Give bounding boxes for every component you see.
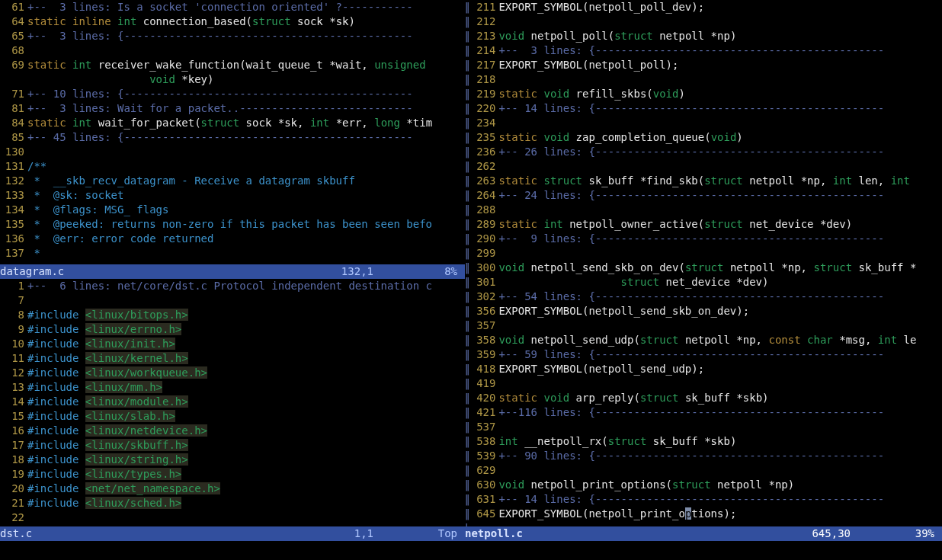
code-line[interactable]: |263static struct sk_buff *find_skb(stru… xyxy=(465,174,942,188)
code-line[interactable]: void *key) xyxy=(0,72,465,87)
code-line[interactable]: 22 xyxy=(0,510,465,525)
command-line[interactable] xyxy=(0,541,942,560)
code-line[interactable]: |301 struct net_device *dev) xyxy=(465,275,942,290)
scroll-pct: Top xyxy=(438,526,457,541)
code-line[interactable]: 133 * @sk: socket xyxy=(0,188,465,203)
code-line[interactable]: 11#include <linux/kernel.h> xyxy=(0,351,465,366)
code-line[interactable]: |218 xyxy=(465,72,942,87)
code-line[interactable]: |289static int netpoll_owner_active(stru… xyxy=(465,217,942,232)
code-line[interactable]: |359+-- 59 lines: {---------------------… xyxy=(465,347,942,362)
pane-left-bottom[interactable]: 1+-- 6 lines: net/core/dst.c Protocol in… xyxy=(0,279,465,526)
code-line[interactable]: |419 xyxy=(465,376,942,391)
filename: dst.c xyxy=(0,527,32,539)
code-line[interactable]: 85+-- 45 lines: {-----------------------… xyxy=(0,130,465,145)
code-line[interactable]: |357 xyxy=(465,318,942,333)
code-line[interactable]: 19#include <linux/types.h> xyxy=(0,467,465,482)
code-line[interactable]: 131/** xyxy=(0,159,465,174)
code-line[interactable]: 1+-- 6 lines: net/core/dst.c Protocol in… xyxy=(0,279,465,293)
code-line[interactable]: 137 * xyxy=(0,246,465,261)
code-line[interactable]: |420static void arp_reply(struct sk_buff… xyxy=(465,391,942,405)
code-line[interactable]: 12#include <linux/workqueue.h> xyxy=(0,366,465,380)
code-line[interactable]: 136 * @err: error code returned xyxy=(0,232,465,246)
code-line[interactable]: |219static void refill_skbs(void) xyxy=(465,87,942,101)
statusline-right: netpoll.c 645,30 39% xyxy=(465,526,942,541)
code-line[interactable]: 135 * @peeked: returns non-zero if this … xyxy=(0,217,465,232)
code-line[interactable]: 20#include <net/net_namespace.h> xyxy=(0,482,465,496)
code-line[interactable]: 9#include <linux/errno.h> xyxy=(0,322,465,337)
code-line[interactable]: 7 xyxy=(0,293,465,308)
code-line[interactable]: |211EXPORT_SYMBOL(netpoll_poll_dev); xyxy=(465,0,942,14)
cursor-pos: 645,30 xyxy=(812,526,851,541)
code-line[interactable]: |299 xyxy=(465,246,942,261)
code-line[interactable]: |630void netpoll_print_options(struct ne… xyxy=(465,478,942,492)
code-line[interactable]: |302+-- 54 lines: {---------------------… xyxy=(465,290,942,304)
code-line[interactable]: |539+-- 90 lines: {---------------------… xyxy=(465,449,942,463)
code-line[interactable]: 10#include <linux/init.h> xyxy=(0,337,465,351)
code-line[interactable]: |421+--116 lines: {---------------------… xyxy=(465,405,942,420)
statusline-left-top: datagram.c 132,1 8% xyxy=(0,264,465,279)
cursor-pos: 132,1 xyxy=(341,264,373,279)
code-line[interactable]: |262 xyxy=(465,159,942,174)
statusline-left-bottom: dst.c 1,1 Top xyxy=(0,526,465,541)
code-line[interactable]: |288 xyxy=(465,203,942,217)
code-line[interactable]: |214+-- 3 lines: {----------------------… xyxy=(465,43,942,58)
cursor-pos: 1,1 xyxy=(354,526,373,541)
code-line[interactable]: 16#include <linux/netdevice.h> xyxy=(0,424,465,438)
scroll-pct: 39% xyxy=(915,526,934,541)
code-line[interactable]: 21#include <linux/sched.h> xyxy=(0,496,465,510)
code-line[interactable]: |418EXPORT_SYMBOL(netpoll_send_udp); xyxy=(465,362,942,376)
pane-left-top[interactable]: 61+-- 3 lines: Is a socket 'connection o… xyxy=(0,0,465,264)
vim-editor: 61+-- 3 lines: Is a socket 'connection o… xyxy=(0,0,942,560)
code-line[interactable]: |212 xyxy=(465,14,942,29)
code-line[interactable]: 64static inline int connection_based(str… xyxy=(0,14,465,29)
code-line[interactable]: 15#include <linux/slab.h> xyxy=(0,409,465,424)
filename: datagram.c xyxy=(0,265,64,277)
filename: netpoll.c xyxy=(465,527,523,539)
code-line[interactable]: |300void netpoll_send_skb_on_dev(struct … xyxy=(465,261,942,275)
code-line[interactable]: 81+-- 3 lines: Wait for a packet..------… xyxy=(0,101,465,116)
code-line[interactable]: |217EXPORT_SYMBOL(netpoll_poll); xyxy=(465,58,942,72)
code-line[interactable]: |234 xyxy=(465,116,942,130)
code-line[interactable]: 14#include <linux/module.h> xyxy=(0,395,465,409)
code-line[interactable]: |358void netpoll_send_udp(struct netpoll… xyxy=(465,333,942,347)
code-line[interactable]: 17#include <linux/skbuff.h> xyxy=(0,438,465,453)
code-line[interactable]: 134 * @flags: MSG_ flags xyxy=(0,203,465,217)
scroll-pct: 8% xyxy=(444,264,457,279)
code-line[interactable]: |213void netpoll_poll(struct netpoll *np… xyxy=(465,29,942,43)
code-line[interactable]: |629 xyxy=(465,463,942,478)
code-line[interactable]: 18#include <linux/string.h> xyxy=(0,453,465,467)
code-line[interactable]: |356EXPORT_SYMBOL(netpoll_send_skb_on_de… xyxy=(465,304,942,318)
pane-right[interactable]: |211EXPORT_SYMBOL(netpoll_poll_dev);|212… xyxy=(465,0,942,526)
code-line[interactable]: 71+-- 10 lines: {-----------------------… xyxy=(0,87,465,101)
code-line[interactable]: 84static int wait_for_packet(struct sock… xyxy=(0,116,465,130)
code-line[interactable]: |264+-- 24 lines: {---------------------… xyxy=(465,188,942,203)
code-line[interactable]: 68 xyxy=(0,43,465,58)
code-line[interactable]: 130 xyxy=(0,145,465,159)
code-line[interactable]: 61+-- 3 lines: Is a socket 'connection o… xyxy=(0,0,465,14)
code-line[interactable]: |537 xyxy=(465,420,942,434)
code-line[interactable]: |290+-- 9 lines: {----------------------… xyxy=(465,232,942,246)
code-line[interactable]: |645EXPORT_SYMBOL(netpoll_print_options)… xyxy=(465,507,942,521)
code-line[interactable]: |631+-- 14 lines: {---------------------… xyxy=(465,492,942,507)
code-line[interactable]: |220+-- 14 lines: {---------------------… xyxy=(465,101,942,116)
code-line[interactable]: 132 * __skb_recv_datagram - Receive a da… xyxy=(0,174,465,188)
code-line[interactable]: |236+-- 26 lines: {---------------------… xyxy=(465,145,942,159)
code-line[interactable]: 65+-- 3 lines: {------------------------… xyxy=(0,29,465,43)
code-line[interactable]: |538int __netpoll_rx(struct sk_buff *skb… xyxy=(465,434,942,449)
code-line[interactable]: |235static void zap_completion_queue(voi… xyxy=(465,130,942,145)
code-line[interactable]: 13#include <linux/mm.h> xyxy=(0,380,465,395)
code-line[interactable]: 8#include <linux/bitops.h> xyxy=(0,308,465,322)
code-line[interactable]: 69static int receiver_wake_function(wait… xyxy=(0,58,465,72)
